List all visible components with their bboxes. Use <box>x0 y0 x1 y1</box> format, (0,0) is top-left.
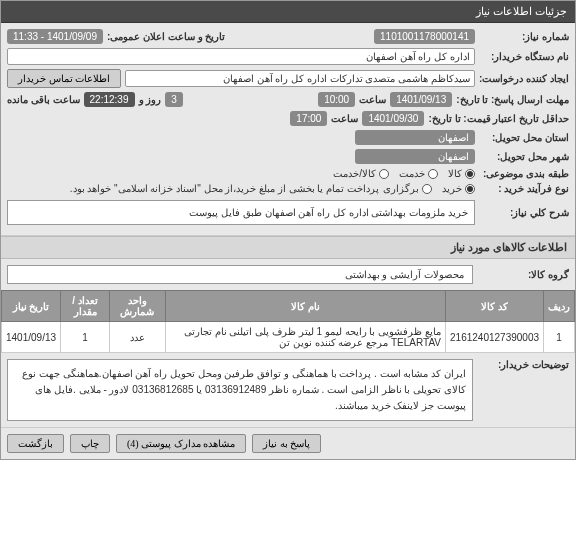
category-radio-group: کالا خدمت کالا/خدمت <box>333 168 475 179</box>
col-date: تاریخ نیاز <box>2 291 61 322</box>
buyer-notes-label: توضیحات خریدار: <box>479 359 569 421</box>
radio-icon <box>379 169 389 179</box>
table-row: 1 2161240127390003 مایع ظرفشویی با رایحه… <box>2 322 575 353</box>
radio-service[interactable]: خدمت <box>399 168 438 179</box>
cell-unit: عدد <box>109 322 165 353</box>
process-note: پرداخت تمام یا بخشی از مبلغ خرید،از محل … <box>70 183 379 194</box>
process-radio-group: خرید برگزاری <box>383 183 475 194</box>
goods-group-label: گروه کالا: <box>479 269 569 280</box>
summary-label: شرح کلي نیاز: <box>479 207 569 218</box>
radio-icon <box>428 169 438 179</box>
province-label: استان محل تحویل: <box>479 132 569 143</box>
radio-goods[interactable]: کالا <box>448 168 475 179</box>
col-row: ردیف <box>544 291 575 322</box>
buyer-notes-value: ایران کد مشابه است . پرداخت با هماهنگی و… <box>7 359 473 421</box>
cell-qty: 1 <box>61 322 110 353</box>
days-remaining: 3 <box>165 92 183 107</box>
requester-label: ایجاد کننده درخواست: <box>479 73 569 84</box>
cell-date: 1401/09/13 <box>2 322 61 353</box>
col-code: کد کالا <box>446 291 544 322</box>
col-qty: تعداد / مقدار <box>61 291 110 322</box>
city-label: شهر محل تحویل: <box>479 151 569 162</box>
col-name: نام کالا <box>165 291 445 322</box>
validity-time-label: ساعت <box>331 113 358 124</box>
days-label: روز و <box>139 94 162 105</box>
radio-both-label: کالا/خدمت <box>333 168 376 179</box>
col-unit: واحد شمارش <box>109 291 165 322</box>
requester-value: سیدکاظم هاشمی متصدی تدارکات اداره کل راه… <box>125 70 475 87</box>
goods-group-value: محصولات آرایشی و بهداشتی <box>7 265 473 284</box>
deadline-time-label: ساعت <box>359 94 386 105</box>
goods-table: ردیف کد کالا نام کالا واحد شمارش تعداد /… <box>1 290 575 353</box>
summary-value: خرید ملزومات بهداشتی اداره کل راه آهن اص… <box>7 200 475 225</box>
radio-goods-label: کالا <box>448 168 462 179</box>
radio-icon <box>422 184 432 194</box>
need-number-label: شماره نیاز: <box>479 31 569 42</box>
radio-reverse-label: برگزاری <box>383 183 419 194</box>
cell-name: مایع ظرفشویی با رایحه لیمو 1 لیتر ظرف پل… <box>165 322 445 353</box>
announce-datetime-label: تاریخ و ساعت اعلان عمومی: <box>107 31 225 42</box>
validity-date: 1401/09/30 <box>362 111 424 126</box>
deadline-time: 10:00 <box>318 92 355 107</box>
page-title: جزئیات اطلاعات نیاز <box>1 1 575 23</box>
print-button[interactable]: چاپ <box>70 434 110 453</box>
remaining-label: ساعت باقی مانده <box>7 94 80 105</box>
radio-both[interactable]: کالا/خدمت <box>333 168 389 179</box>
deadline-label: مهلت ارسال پاسخ: تا تاریخ: <box>456 94 569 105</box>
contact-button[interactable]: اطلاعات تماس خریدار <box>7 69 121 88</box>
cell-row: 1 <box>544 322 575 353</box>
validity-time: 17:00 <box>290 111 327 126</box>
radio-reverse[interactable]: برگزاری <box>383 183 432 194</box>
radio-buy-label: خرید <box>442 183 462 194</box>
deadline-date: 1401/09/13 <box>390 92 452 107</box>
reply-button[interactable]: پاسخ به نیاز <box>252 434 321 453</box>
city-value: اصفهان <box>355 149 475 164</box>
category-label: طبقه بندی موضوعی: <box>479 168 569 179</box>
goods-section-header: اطلاعات کالاهای مورد نیاز <box>1 236 575 259</box>
process-label: نوع فرآیند خرید : <box>479 183 569 194</box>
validity-label: حداقل تاریخ اعتبار قیمت: تا تاریخ: <box>428 113 569 124</box>
province-value: اصفهان <box>355 130 475 145</box>
announce-datetime-value: 1401/09/09 - 11:33 <box>7 29 103 44</box>
countdown-timer: 22:12:39 <box>84 92 135 107</box>
buyer-org-label: نام دستگاه خریدار: <box>479 51 569 62</box>
attachments-button[interactable]: مشاهده مدارک پیوستی (4) <box>116 434 246 453</box>
radio-icon <box>465 169 475 179</box>
buyer-org-value: اداره کل راه آهن اصفهان <box>7 48 475 65</box>
radio-buy[interactable]: خرید <box>442 183 475 194</box>
radio-service-label: خدمت <box>399 168 425 179</box>
need-number-value: 1101001178000141 <box>374 29 475 44</box>
radio-icon <box>465 184 475 194</box>
back-button[interactable]: بازگشت <box>7 434 64 453</box>
cell-code: 2161240127390003 <box>446 322 544 353</box>
